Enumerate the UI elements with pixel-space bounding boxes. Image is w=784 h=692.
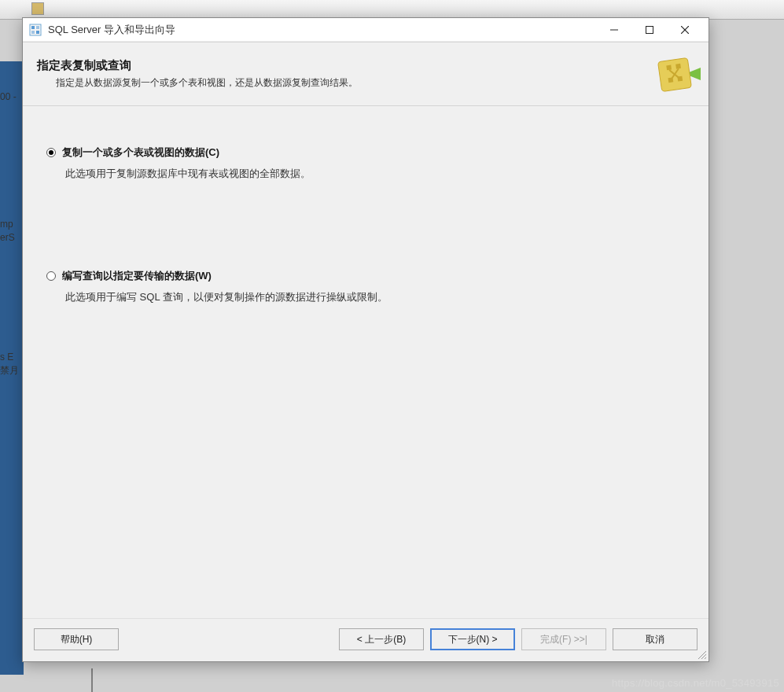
watermark-text: https://blog.csdn.net/m0_53493915 <box>612 677 779 689</box>
app-icon <box>29 24 42 36</box>
minimize-button[interactable] <box>596 19 631 41</box>
svg-rect-6 <box>646 26 653 33</box>
cancel-button[interactable]: 取消 <box>613 628 698 650</box>
option-copy-tables: 复制一个或多个表或视图的数据(C) 此选项用于复制源数据库中现有表或视图的全部数… <box>46 145 693 182</box>
svg-rect-1 <box>31 26 35 29</box>
label-hotkey: (W) <box>195 270 212 282</box>
finish-button: 完成(F) >>| <box>521 628 606 650</box>
wizard-content: 复制一个或多个表或视图的数据(C) 此选项用于复制源数据库中现有表或视图的全部数… <box>23 106 709 618</box>
label-text: 复制一个或多个表或视图的数据 <box>62 146 205 158</box>
background-partial-text: 00 - mp erS s E 禁月 <box>0 91 19 379</box>
wizard-header: 指定表复制或查询 指定是从数据源复制一个或多个表和视图，还是从数据源复制查询结果… <box>23 42 709 106</box>
label-text: 编写查询以指定要传输的数据 <box>62 270 195 282</box>
background-vertical-rule <box>91 668 93 692</box>
maximize-icon <box>646 26 653 34</box>
close-button[interactable] <box>667 19 702 41</box>
option-write-query: 编写查询以指定要传输的数据(W) 此选项用于编写 SQL 查询，以便对复制操作的… <box>46 269 693 306</box>
maximize-button[interactable] <box>631 19 667 41</box>
minimize-icon <box>610 26 618 34</box>
wizard-dialog: SQL Server 导入和导出向导 指定表复制或查询 指定是从数据源复制一个或… <box>22 17 709 662</box>
svg-line-19 <box>705 657 706 659</box>
titlebar: SQL Server 导入和导出向导 <box>23 18 709 42</box>
radio-write-query-description: 此选项用于编写 SQL 查询，以便对复制操作的源数据进行操纵或限制。 <box>46 289 693 306</box>
back-button[interactable]: < 上一步(B) <box>339 628 424 650</box>
radio-copy-tables[interactable] <box>46 148 56 157</box>
label-hotkey: (C) <box>205 146 219 158</box>
background-folder-icon <box>31 2 44 15</box>
window-title: SQL Server 导入和导出向导 <box>48 23 596 37</box>
svg-rect-4 <box>36 31 39 34</box>
wizard-header-icon <box>653 53 694 94</box>
page-title: 指定表复制或查询 <box>37 58 653 73</box>
radio-copy-tables-description: 此选项用于复制源数据库中现有表或视图的全部数据。 <box>46 166 693 182</box>
close-icon <box>681 26 689 34</box>
svg-rect-12 <box>675 64 681 69</box>
next-button[interactable]: 下一步(N) > <box>430 628 515 650</box>
help-button[interactable]: 帮助(H) <box>34 628 119 650</box>
radio-copy-tables-label[interactable]: 复制一个或多个表或视图的数据(C) <box>62 145 219 160</box>
page-subtitle: 指定是从数据源复制一个或多个表和视图，还是从数据源复制查询结果。 <box>37 76 653 90</box>
wizard-button-row: 帮助(H) < 上一步(B) 下一步(N) > 完成(F) >>| 取消 <box>23 618 709 661</box>
resize-grip-icon[interactable] <box>696 649 707 660</box>
radio-write-query-label[interactable]: 编写查询以指定要传输的数据(W) <box>62 269 212 283</box>
svg-rect-11 <box>666 65 672 71</box>
radio-write-query[interactable] <box>46 271 56 281</box>
svg-rect-3 <box>31 31 35 34</box>
svg-rect-2 <box>36 26 39 29</box>
